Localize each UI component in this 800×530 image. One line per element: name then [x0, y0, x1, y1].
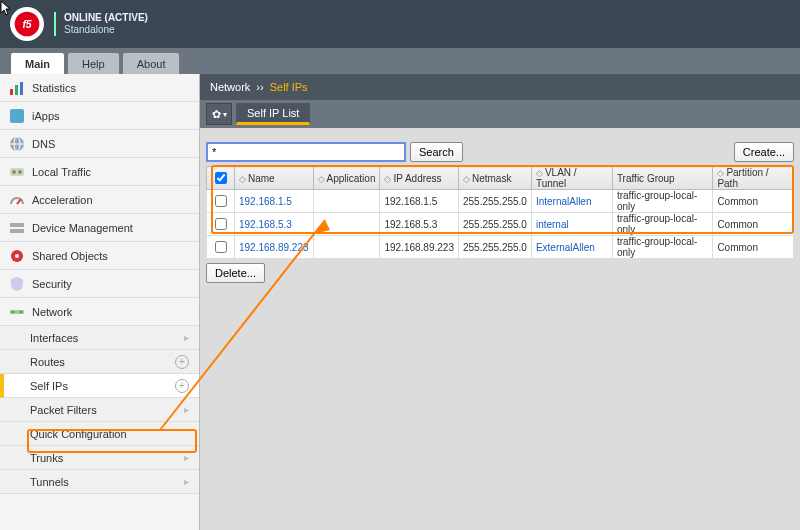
globe-icon [8, 135, 26, 153]
svg-point-18 [12, 311, 14, 313]
row-ip: 192.168.1.5 [380, 190, 459, 213]
row-partition: Common [713, 213, 794, 236]
breadcrumb-sep: ›› [256, 81, 263, 93]
chevron-right-icon: ▸ [184, 404, 189, 415]
svg-rect-5 [10, 109, 24, 123]
sidebar-item-security[interactable]: Security [0, 270, 199, 298]
sidebar-item-iapps[interactable]: iApps [0, 102, 199, 130]
sidebar-item-label: DNS [32, 138, 55, 150]
col-name[interactable]: Name [248, 173, 275, 184]
row-checkbox[interactable] [215, 195, 227, 207]
row-netmask: 255.255.255.0 [458, 190, 531, 213]
header-mode: Standalone [54, 24, 148, 36]
search-button[interactable]: Search [410, 142, 463, 162]
sub-trunks[interactable]: Trunks▸ [0, 446, 199, 470]
row-tg: traffic-group-local-only [612, 236, 713, 259]
sidebar-item-label: Statistics [32, 82, 76, 94]
col-tg[interactable]: Traffic Group [617, 173, 675, 184]
svg-text:f5: f5 [22, 19, 31, 30]
row-vlan-link[interactable]: internal [536, 219, 569, 230]
svg-point-10 [12, 170, 16, 174]
sidebar-item-local-traffic[interactable]: Local Traffic [0, 158, 199, 186]
svg-rect-13 [10, 223, 24, 227]
sub-tunnels[interactable]: Tunnels▸ [0, 470, 199, 494]
chevron-right-icon: ▸ [184, 452, 189, 463]
sidebar-item-label: Device Management [32, 222, 133, 234]
network-icon [8, 303, 26, 321]
row-vlan-link[interactable]: ExternalAllen [536, 242, 595, 253]
top-tabs: Main Help About [0, 48, 800, 74]
row-vlan-link[interactable]: InternalAllen [536, 196, 592, 207]
delete-button[interactable]: Delete... [206, 263, 265, 283]
row-name-link[interactable]: 192.168.89.223 [239, 242, 309, 253]
tab-about[interactable]: About [122, 52, 181, 74]
row-netmask: 255.255.255.0 [458, 236, 531, 259]
device-icon [8, 219, 26, 237]
sidebar-item-dns[interactable]: DNS [0, 130, 199, 158]
header-status: ONLINE (ACTIVE) [54, 12, 148, 24]
row-checkbox[interactable] [215, 241, 227, 253]
sub-self-ips[interactable]: Self IPs+ [0, 374, 199, 398]
search-input[interactable] [206, 142, 406, 162]
sub-routes[interactable]: Routes+ [0, 350, 199, 374]
settings-dropdown[interactable]: ✿▾ [206, 103, 232, 125]
sidebar-item-network[interactable]: Network [0, 298, 199, 326]
svg-point-11 [18, 170, 22, 174]
sidebar-item-label: Local Traffic [32, 166, 91, 178]
tab-self-ip-list[interactable]: Self IP List [236, 103, 310, 125]
col-netmask[interactable]: Netmask [472, 173, 511, 184]
breadcrumb: Network ›› Self IPs [200, 74, 800, 100]
app-header: f5 ONLINE (ACTIVE) Standalone [0, 0, 800, 48]
sidebar: Statistics iApps DNS Local Traffic Accel… [0, 74, 200, 530]
svg-point-16 [15, 254, 19, 258]
tab-help[interactable]: Help [67, 52, 120, 74]
row-tg: traffic-group-local-only [612, 213, 713, 236]
svg-rect-3 [15, 85, 18, 95]
sub-quick-config[interactable]: Quick Configuration [0, 422, 199, 446]
breadcrumb-page: Self IPs [270, 81, 308, 93]
sub-interfaces[interactable]: Interfaces▸ [0, 326, 199, 350]
row-partition: Common [713, 236, 794, 259]
svg-point-19 [20, 311, 22, 313]
plus-icon[interactable]: + [175, 379, 189, 393]
shared-icon [8, 247, 26, 265]
svg-line-12 [17, 199, 21, 204]
content-area: Network ›› Self IPs ✿▾ Self IP List Sear… [200, 74, 800, 530]
chevron-right-icon: ▸ [184, 332, 189, 343]
breadcrumb-section: Network [210, 81, 250, 93]
sidebar-item-shared-objects[interactable]: Shared Objects [0, 242, 199, 270]
row-checkbox[interactable] [215, 218, 227, 230]
row-ip: 192.168.5.3 [380, 213, 459, 236]
gear-icon: ✿ [212, 108, 221, 121]
page-tabbar: ✿▾ Self IP List [200, 100, 800, 128]
plus-icon[interactable]: + [175, 355, 189, 369]
local-traffic-icon [8, 163, 26, 181]
col-ip[interactable]: IP Address [393, 173, 441, 184]
select-all-checkbox[interactable] [215, 172, 227, 184]
row-ip: 192.168.89.223 [380, 236, 459, 259]
sidebar-item-label: iApps [32, 110, 60, 122]
sidebar-item-label: Network [32, 306, 72, 318]
col-partition[interactable]: Partition / Path [717, 167, 768, 189]
network-submenu: Interfaces▸ Routes+ Self IPs+ Packet Fil… [0, 326, 199, 494]
row-name-link[interactable]: 192.168.1.5 [239, 196, 292, 207]
sub-packet-filters[interactable]: Packet Filters▸ [0, 398, 199, 422]
sidebar-item-label: Security [32, 278, 72, 290]
stats-icon [8, 79, 26, 97]
gauge-icon [8, 191, 26, 209]
svg-rect-2 [10, 89, 13, 95]
row-name-link[interactable]: 192.168.5.3 [239, 219, 292, 230]
create-button[interactable]: Create... [734, 142, 794, 162]
sidebar-item-statistics[interactable]: Statistics [0, 74, 199, 102]
col-application[interactable]: Application [327, 173, 376, 184]
chevron-right-icon: ▸ [184, 476, 189, 487]
sidebar-item-device-mgmt[interactable]: Device Management [0, 214, 199, 242]
sidebar-item-acceleration[interactable]: Acceleration [0, 186, 199, 214]
table-row: 192.168.5.3192.168.5.3255.255.255.0inter… [207, 213, 794, 236]
self-ip-table: ◇Name ◇Application ◇IP Address ◇Netmask … [206, 166, 794, 259]
row-netmask: 255.255.255.0 [458, 213, 531, 236]
row-partition: Common [713, 190, 794, 213]
tab-main[interactable]: Main [10, 52, 65, 74]
table-row: 192.168.89.223192.168.89.223255.255.255.… [207, 236, 794, 259]
svg-rect-14 [10, 229, 24, 233]
